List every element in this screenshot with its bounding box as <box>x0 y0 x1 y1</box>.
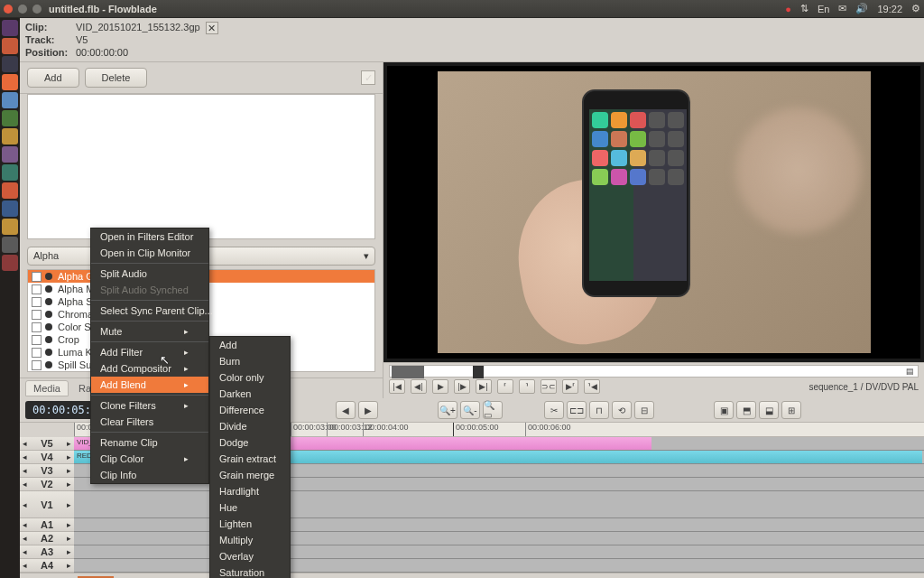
mark-in-button[interactable]: ⸢ <box>497 379 513 394</box>
launcher-app-icon[interactable] <box>2 128 18 144</box>
track-lane[interactable] <box>74 491 924 518</box>
menu-item[interactable]: Open in Clip Monitor <box>91 245 208 261</box>
mail-icon[interactable]: ✉ <box>838 3 846 14</box>
menu-item[interactable]: Difference <box>210 402 290 418</box>
menu-item[interactable]: Grain merge <box>210 467 290 483</box>
to-mark-out-button[interactable]: ⸣◀ <box>584 379 600 394</box>
filter-checkbox[interactable] <box>32 348 42 358</box>
tab-media[interactable]: Media <box>25 380 69 396</box>
strip-menu-icon[interactable]: ▤ <box>906 367 914 376</box>
window-maximize-button[interactable] <box>32 5 42 14</box>
expand-icon[interactable]: ▸ <box>67 466 71 475</box>
launcher-app-icon[interactable] <box>2 200 18 217</box>
step-back-button[interactable]: ◀| <box>411 379 427 394</box>
launcher-app-icon[interactable] <box>2 92 18 108</box>
menu-item[interactable]: Multiply <box>210 532 290 548</box>
collapse-icon[interactable]: ◂ <box>23 561 27 570</box>
filter-checkbox[interactable] <box>32 310 42 320</box>
menu-item[interactable]: Hardlight <box>210 483 290 499</box>
menu-item[interactable]: Add Filter▸ <box>91 344 208 360</box>
undo-button[interactable]: ◀ <box>336 401 356 419</box>
launcher-app-icon[interactable] <box>2 110 18 126</box>
menu-item[interactable]: Clone Filters▸ <box>91 397 208 414</box>
zoom-in-button[interactable]: 🔍+ <box>438 401 457 419</box>
goto-start-button[interactable]: |◀ <box>389 379 405 394</box>
menu-item[interactable]: Clip Info <box>91 467 208 483</box>
marks-strip[interactable]: ▤ <box>389 365 919 378</box>
track-lane[interactable] <box>74 532 924 545</box>
menu-item[interactable]: Add Compositor▸ <box>91 360 208 377</box>
volume-icon[interactable]: 🔊 <box>855 3 868 14</box>
launcher-app-icon[interactable] <box>2 146 18 163</box>
launcher-app-icon[interactable] <box>2 219 18 235</box>
collapse-icon[interactable]: ◂ <box>23 547 27 556</box>
menu-item[interactable]: Darken <box>210 386 290 402</box>
menu-item[interactable]: Add Blend▸ <box>91 377 208 393</box>
playhead[interactable] <box>453 423 454 437</box>
launcher-app-icon[interactable] <box>2 56 18 72</box>
menu-item[interactable]: Burn <box>210 353 290 369</box>
mark-out-button[interactable]: ⸣ <box>519 379 535 394</box>
menu-item[interactable]: Clear Filters <box>91 414 208 430</box>
filter-checkbox[interactable] <box>32 284 42 294</box>
cut-button[interactable]: ✂ <box>544 401 564 419</box>
expand-icon[interactable]: ▸ <box>67 547 71 556</box>
settings-gear-icon[interactable]: ⚙ <box>911 3 920 14</box>
video-preview[interactable] <box>387 66 920 359</box>
collapse-icon[interactable]: ◂ <box>23 452 27 461</box>
zoom-fit-button[interactable]: 🔍▭ <box>483 401 503 419</box>
split-button[interactable]: ⊟ <box>634 401 654 419</box>
zoom-out-button[interactable]: 🔍- <box>460 401 480 419</box>
menu-item[interactable]: Color only <box>210 369 290 386</box>
toggle-check[interactable]: ✓ <box>361 70 375 85</box>
filter-checkbox[interactable] <box>32 297 42 307</box>
collapse-icon[interactable]: ◂ <box>23 534 27 543</box>
step-fwd-button[interactable]: |▶ <box>454 379 470 394</box>
track-label[interactable]: ◂A1▸ <box>20 518 74 532</box>
to-mark-in-button[interactable]: ▶⸢ <box>562 379 578 394</box>
track-lane[interactable] <box>74 518 924 532</box>
menu-item[interactable]: Open in Filters Editor <box>91 228 208 245</box>
expand-icon[interactable]: ▸ <box>67 500 71 509</box>
filter-checkbox[interactable] <box>32 272 42 282</box>
filter-checkbox[interactable] <box>32 335 42 345</box>
menu-item[interactable]: Saturation <box>210 564 290 578</box>
expand-icon[interactable]: ▸ <box>67 439 71 448</box>
expand-icon[interactable]: ▸ <box>67 480 71 489</box>
menu-item[interactable]: Split Audio <box>91 266 208 282</box>
menu-item[interactable]: Lighten <box>210 516 290 532</box>
track-label[interactable]: ◂V5▸ <box>20 437 74 451</box>
launcher-app-icon[interactable] <box>2 182 18 199</box>
lift-button[interactable]: ⊓ <box>589 401 609 419</box>
menu-item[interactable]: Clip Color▸ <box>91 451 208 467</box>
clear-marks-button[interactable]: ⊃⊂ <box>541 379 557 394</box>
track-label[interactable]: ◂V4▸ <box>20 451 74 464</box>
track-label[interactable]: ◂A4▸ <box>20 559 74 573</box>
overwrite-button[interactable]: ▣ <box>714 401 734 419</box>
window-close-button[interactable] <box>4 5 13 14</box>
menu-item[interactable]: Hue <box>210 499 290 516</box>
menu-item[interactable]: Overlay <box>210 548 290 564</box>
menu-item[interactable]: Dodge <box>210 434 290 451</box>
collapse-icon[interactable]: ◂ <box>23 500 27 509</box>
expand-icon[interactable]: ▸ <box>67 561 71 570</box>
menu-item[interactable]: Add <box>210 337 290 353</box>
splice-button[interactable]: ⊏⊐ <box>567 401 587 419</box>
window-minimize-button[interactable] <box>18 5 27 14</box>
collapse-icon[interactable]: ◂ <box>23 520 27 529</box>
expand-icon[interactable]: ▸ <box>67 452 71 461</box>
insert-button[interactable]: ⬒ <box>736 401 756 419</box>
launcher-app-icon[interactable] <box>2 237 18 253</box>
network-icon[interactable]: ⇅ <box>800 3 808 14</box>
track-lane[interactable] <box>74 559 924 573</box>
play-button[interactable]: ▶ <box>432 379 448 394</box>
collapse-icon[interactable]: ◂ <box>23 480 27 489</box>
launcher-firefox-icon[interactable] <box>2 74 18 90</box>
launcher-dash-icon[interactable] <box>2 20 18 36</box>
goto-end-button[interactable]: ▶| <box>476 379 492 394</box>
menu-item[interactable]: Mute▸ <box>91 323 208 340</box>
append-button[interactable]: ⬓ <box>759 401 779 419</box>
track-label[interactable]: ◂V1▸ <box>20 491 74 518</box>
track-label[interactable]: ◂A3▸ <box>20 545 74 559</box>
add-button[interactable]: Add <box>27 68 79 88</box>
